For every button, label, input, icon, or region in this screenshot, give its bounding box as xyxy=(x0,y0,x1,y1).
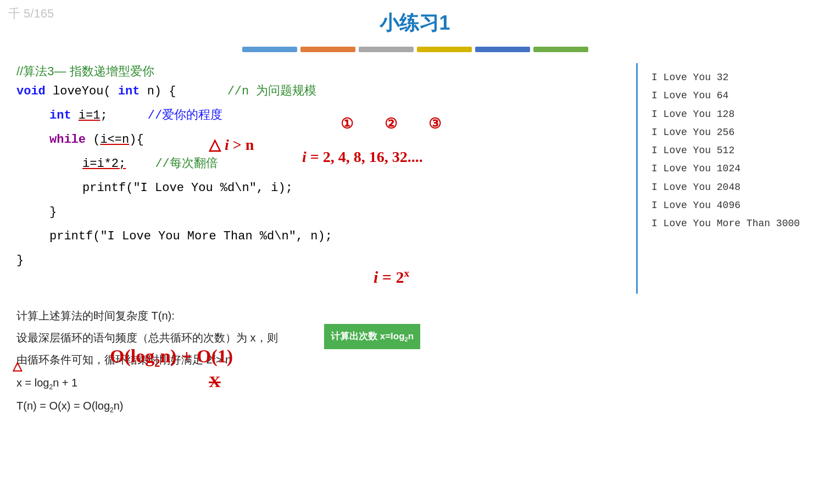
color-bar-5 xyxy=(475,47,530,52)
code-area: //算法3— 指数递增型爱你 void loveYou( int n) { //… xyxy=(11,63,631,294)
code-while-line: while (i<=n){ xyxy=(16,128,625,152)
kw-while: while xyxy=(49,133,86,147)
kw-int2: int xyxy=(49,109,71,122)
func-comment: //n 为问题规模 xyxy=(183,85,317,98)
kw-while-cond: (i<=n){ xyxy=(93,133,143,147)
code-printf-outer: printf("I Love You More Than %d\n", n); xyxy=(16,225,625,249)
output-line-7: I Love You 2048 xyxy=(651,178,811,197)
output-line-2: I Love You 64 xyxy=(651,87,811,105)
color-bar-2 xyxy=(300,47,355,52)
code-i-mult: i=i*2; xyxy=(82,157,126,171)
code-brace-inner: } xyxy=(16,200,625,225)
kw-int: int xyxy=(118,85,140,98)
color-bar-1 xyxy=(242,47,297,52)
analysis-line1: 计算上述算法的时间复杂度 T(n): xyxy=(16,305,814,327)
kw-n: n) { xyxy=(147,85,176,98)
code-comment-line: //算法3— 指数递增型爱你 xyxy=(16,63,625,80)
analysis-line5: T(n) = O(x) = O(log2n) xyxy=(16,395,814,417)
color-bars xyxy=(0,47,830,52)
color-bar-6 xyxy=(533,47,588,52)
code-func-def: void loveYou( int n) { //n 为问题规模 xyxy=(16,80,625,104)
assign-comment: //每次翻倍 xyxy=(133,157,218,171)
watermark: 千 5/165 xyxy=(8,5,54,22)
output-line-8: I Love You 4096 xyxy=(651,197,811,215)
code-printf-inner: printf("I Love You %d\n", i); xyxy=(16,176,625,200)
output-line-1: I Love You 32 xyxy=(651,69,811,87)
analysis-line3: 由循环条件可知，循环结束时刚好满足 2x> n xyxy=(16,349,814,371)
kw-i-assign: i=1; xyxy=(79,109,108,122)
kw-loveyou: loveYou( xyxy=(53,85,111,98)
green-box-hint: 计算出次数 x=log2n xyxy=(324,324,420,349)
code-assign: i=i*2; //每次翻倍 xyxy=(16,152,625,176)
color-bar-4 xyxy=(417,47,472,52)
output-area: I Love You 32 I Love You 64 I Love You 1… xyxy=(643,63,819,294)
output-line-9: I Love You More Than 3000 xyxy=(651,215,811,233)
main-content: //算法3— 指数递增型爱你 void loveYou( int n) { //… xyxy=(0,63,830,294)
code-int-decl: int i=1; //爱你的程度 xyxy=(16,104,625,128)
analysis-line4: x = log2n + 1 xyxy=(16,371,814,395)
output-line-5: I Love You 512 xyxy=(651,142,811,160)
kw-void: void xyxy=(16,85,46,98)
bottom-section: 计算上述算法的时间复杂度 T(n): 设最深层循环的语句频度（总共循环的次数）为… xyxy=(0,294,830,428)
output-line-4: I Love You 256 xyxy=(651,124,811,142)
output-line-6: I Love You 1024 xyxy=(651,160,811,178)
section-divider xyxy=(636,63,638,294)
output-line-3: I Love You 128 xyxy=(651,105,811,124)
code-brace-outer: } xyxy=(16,249,625,273)
int-comment: //爱你的程度 xyxy=(115,109,222,122)
title-section: 小练习1 xyxy=(0,0,830,42)
color-bar-3 xyxy=(359,47,414,52)
page-title: 小练习1 xyxy=(0,10,830,37)
